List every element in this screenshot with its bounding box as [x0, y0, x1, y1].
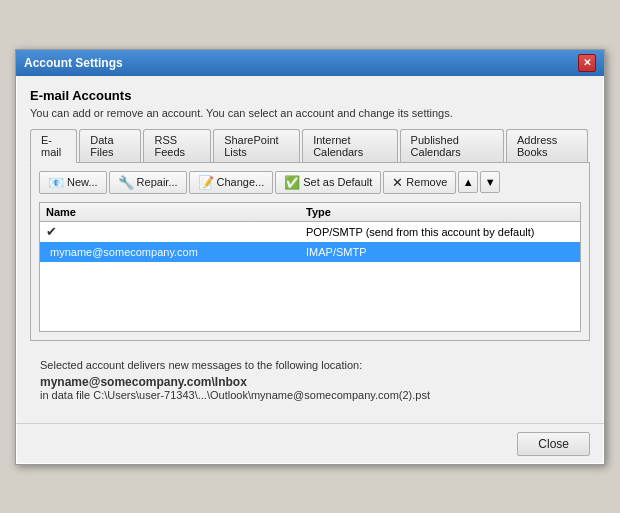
repair-icon: 🔧 — [118, 175, 134, 190]
row1-type: POP/SMTP (send from this account by defa… — [306, 226, 574, 238]
close-button[interactable]: Close — [517, 432, 590, 456]
row2-type: IMAP/SMTP — [306, 246, 574, 258]
table-row[interactable]: myname@somecompany.com IMAP/SMTP — [40, 242, 580, 262]
set-default-button[interactable]: ✅ Set as Default — [275, 171, 381, 194]
account-settings-window: Account Settings ✕ E-mail Accounts You c… — [15, 49, 605, 465]
move-down-button[interactable]: ▼ — [480, 171, 500, 193]
tab-content-email: 📧 New... 🔧 Repair... 📝 Change... ✅ Set a… — [30, 163, 590, 341]
title-bar: Account Settings ✕ — [16, 50, 604, 76]
tab-data-files[interactable]: Data Files — [79, 129, 141, 162]
tab-sharepoint[interactable]: SharePoint Lists — [213, 129, 300, 162]
repair-label: Repair... — [137, 176, 178, 188]
footer-path: in data file C:\Users\user-71343\...\Out… — [40, 389, 580, 401]
move-up-button[interactable]: ▲ — [458, 171, 478, 193]
footer-location: myname@somecompany.com\Inbox — [40, 375, 580, 389]
remove-button[interactable]: ✕ Remove — [383, 171, 456, 194]
toolbar: 📧 New... 🔧 Repair... 📝 Change... ✅ Set a… — [39, 171, 581, 194]
tab-address-books[interactable]: Address Books — [506, 129, 588, 162]
tab-internet-calendars[interactable]: Internet Calendars — [302, 129, 397, 162]
set-default-label: Set as Default — [303, 176, 372, 188]
section-header: E-mail Accounts — [30, 88, 590, 103]
change-button[interactable]: 📝 Change... — [189, 171, 274, 194]
column-type: Type — [306, 206, 574, 218]
list-header: Name Type — [40, 203, 580, 222]
tab-bar: E-mail Data Files RSS Feeds SharePoint L… — [30, 129, 590, 163]
tab-email[interactable]: E-mail — [30, 129, 77, 163]
footer-section: Selected account delivers new messages t… — [30, 351, 590, 409]
column-name: Name — [46, 206, 306, 218]
change-label: Change... — [217, 176, 265, 188]
new-icon: 📧 — [48, 175, 64, 190]
remove-icon: ✕ — [392, 175, 403, 190]
new-label: New... — [67, 176, 98, 188]
remove-label: Remove — [406, 176, 447, 188]
repair-button[interactable]: 🔧 Repair... — [109, 171, 187, 194]
footer-description: Selected account delivers new messages t… — [40, 359, 580, 371]
set-default-icon: ✅ — [284, 175, 300, 190]
row2-account: myname@somecompany.com — [50, 246, 198, 258]
row2-name: myname@somecompany.com — [46, 246, 306, 258]
tab-rss-feeds[interactable]: RSS Feeds — [143, 129, 211, 162]
new-button[interactable]: 📧 New... — [39, 171, 107, 194]
bottom-bar: Close — [16, 423, 604, 464]
table-row[interactable]: ✔ POP/SMTP (send from this account by de… — [40, 222, 580, 242]
row1-name: ✔ — [46, 224, 306, 239]
accounts-list: Name Type ✔ POP/SMTP (send from this acc… — [39, 202, 581, 332]
change-icon: 📝 — [198, 175, 214, 190]
close-icon[interactable]: ✕ — [578, 54, 596, 72]
window-title: Account Settings — [24, 56, 123, 70]
tab-published-calendars[interactable]: Published Calendars — [400, 129, 504, 162]
section-description: You can add or remove an account. You ca… — [30, 107, 590, 119]
main-content: E-mail Accounts You can add or remove an… — [16, 76, 604, 423]
row1-check: ✔ — [46, 224, 57, 239]
